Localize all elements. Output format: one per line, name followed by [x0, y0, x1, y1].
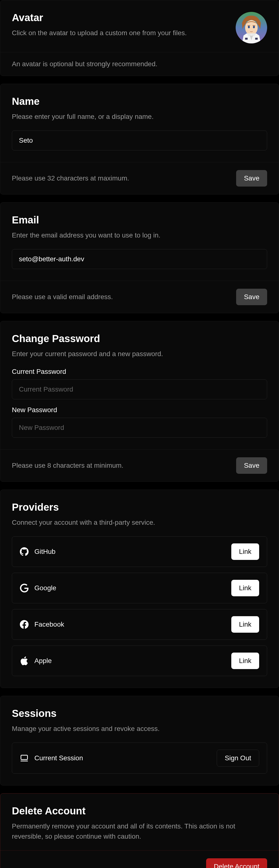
delete-desc: Permanently remove your account and all … [12, 821, 267, 842]
email-title: Email [12, 214, 267, 226]
name-input[interactable] [12, 130, 267, 150]
name-save-button[interactable]: Save [236, 170, 267, 187]
delete-account-card: Delete Account Permanently remove your a… [0, 793, 279, 868]
email-input[interactable] [12, 249, 267, 269]
delete-title: Delete Account [12, 805, 267, 817]
email-footer-text: Please use a valid email address. [12, 293, 113, 301]
link-button-apple[interactable]: Link [231, 653, 259, 669]
sessions-title: Sessions [12, 708, 267, 719]
signout-button[interactable]: Sign Out [217, 750, 259, 767]
providers-desc: Connect your account with a third-party … [12, 518, 267, 528]
avatar-image[interactable] [236, 12, 267, 43]
svg-rect-6 [21, 755, 28, 760]
providers-title: Providers [12, 501, 267, 513]
svg-point-2 [248, 26, 250, 28]
provider-row-google: Google Link [12, 573, 267, 603]
provider-row-github: GitHub Link [12, 536, 267, 567]
github-icon [20, 547, 29, 556]
link-button-github[interactable]: Link [231, 544, 259, 560]
name-footer-text: Please use 32 characters at maximum. [12, 175, 129, 182]
provider-name-google: Google [34, 584, 56, 592]
new-password-input[interactable] [12, 418, 267, 438]
provider-name-apple: Apple [34, 657, 52, 665]
link-button-facebook[interactable]: Link [231, 616, 259, 633]
provider-row-apple: Apple Link [12, 646, 267, 676]
sessions-card: Sessions Manage your active sessions and… [0, 696, 279, 785]
name-desc: Please enter your full name, or a displa… [12, 112, 267, 122]
svg-rect-5 [255, 38, 258, 40]
providers-card: Providers Connect your account with a th… [0, 490, 279, 688]
password-desc: Enter your current password and a new pa… [12, 349, 267, 359]
name-card: Name Please enter your full name, or a d… [0, 84, 279, 194]
provider-row-facebook: Facebook Link [12, 609, 267, 640]
password-footer-text: Please use 8 characters at minimum. [12, 462, 124, 469]
session-name-current: Current Session [34, 754, 83, 762]
session-row-current: Current Session Sign Out [12, 743, 267, 774]
link-button-google[interactable]: Link [231, 580, 259, 596]
facebook-icon [20, 620, 29, 629]
password-save-button[interactable]: Save [236, 457, 267, 474]
password-card: Change Password Enter your current passw… [0, 321, 279, 482]
provider-name-facebook: Facebook [34, 621, 64, 628]
new-password-label: New Password [12, 406, 267, 414]
provider-name-github: GitHub [34, 548, 56, 556]
avatar-card: Avatar Click on the avatar to upload a c… [0, 0, 279, 76]
svg-point-3 [253, 26, 255, 28]
avatar-footer-text: An avatar is optional but strongly recom… [12, 60, 267, 68]
name-title: Name [12, 96, 267, 107]
current-password-label: Current Password [12, 368, 267, 375]
email-save-button[interactable]: Save [236, 289, 267, 305]
email-desc: Enter the email address you want to use … [12, 230, 267, 240]
current-password-input[interactable] [12, 379, 267, 399]
avatar-desc: Click on the avatar to upload a custom o… [12, 28, 228, 38]
delete-account-button[interactable]: Delete Account [206, 858, 267, 868]
svg-point-1 [245, 20, 258, 35]
sessions-desc: Manage your active sessions and revoke a… [12, 724, 267, 734]
password-title: Change Password [12, 333, 267, 344]
google-icon [20, 584, 29, 592]
email-card: Email Enter the email address you want t… [0, 202, 279, 313]
laptop-icon [20, 754, 29, 763]
svg-rect-4 [245, 38, 247, 40]
avatar-title: Avatar [12, 12, 228, 24]
apple-icon [20, 656, 29, 665]
